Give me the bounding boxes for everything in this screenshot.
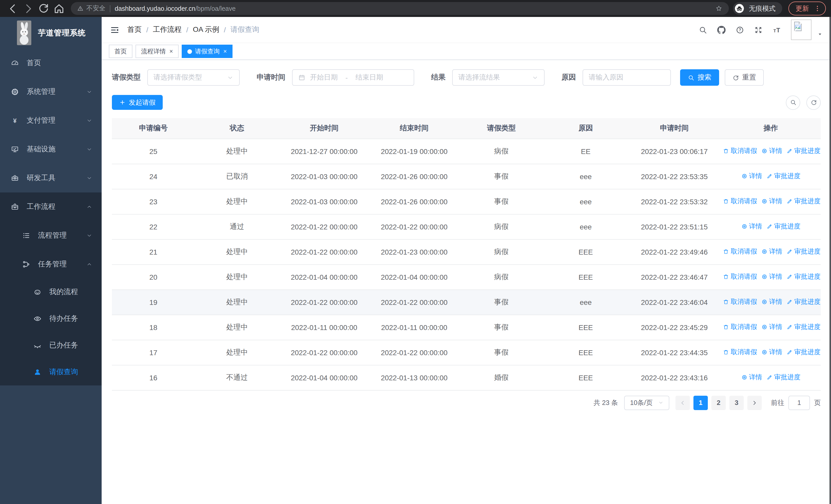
action-detail[interactable]: 详情 [761,147,782,155]
action-detail[interactable]: 详情 [761,272,782,281]
leave-type-select[interactable]: 请选择请假类型 [147,69,240,86]
avatar[interactable] [791,20,811,40]
breadcrumb-item[interactable]: 首页 [127,25,142,34]
action-progress[interactable]: 审批进度 [766,172,800,180]
scrollbar[interactable] [829,17,831,504]
forward-icon[interactable] [22,2,34,14]
sidebar-item-workflow[interactable]: 工作流程 [0,192,102,221]
action-progress[interactable]: 审批进度 [786,323,821,331]
help-icon[interactable]: ? [736,25,744,34]
font-size-icon[interactable]: TT [773,25,781,34]
action-progress[interactable]: 审批进度 [766,222,800,231]
tab-home[interactable]: 首页 [109,45,133,58]
action-detail[interactable]: 详情 [761,197,782,206]
action-detail[interactable]: 详情 [741,222,762,231]
search-icon [688,74,694,81]
toggle-search-button[interactable] [786,95,800,110]
action-progress[interactable]: 审批进度 [786,348,821,356]
sidebar-item-infra[interactable]: 基础设施 [0,135,102,164]
refresh-table-button[interactable] [806,95,821,110]
svg-text:¥: ¥ [13,117,17,124]
close-icon[interactable]: × [223,48,227,55]
sidebar-item-system[interactable]: 系统管理 [0,78,102,106]
action-cancel[interactable]: 取消请假 [723,348,757,356]
browser-update-button[interactable]: 更新 [789,2,826,16]
app-logo[interactable]: 芋道管理系统 [0,17,102,49]
back-icon[interactable] [7,2,19,14]
prev-page-button[interactable] [676,395,690,410]
sidebar-item-leave-query[interactable]: 请假查询 [0,359,102,385]
action-progress[interactable]: 审批进度 [786,272,821,281]
action-progress[interactable]: 审批进度 [786,147,821,155]
cell-end: 2022-01-22 00:00:00 [369,290,459,315]
search-button[interactable]: 搜索 [680,69,719,86]
action-detail[interactable]: 详情 [741,373,762,382]
cell-actions: 详情 审批进度 [721,214,821,239]
sidebar-item-task-mgmt[interactable]: 任务管理 [0,250,102,279]
create-leave-button[interactable]: 发起请假 [112,95,163,110]
action-detail[interactable]: 详情 [761,323,782,331]
action-cancel[interactable]: 取消请假 [723,247,757,256]
bookmark-star-icon[interactable] [715,5,723,12]
search-icon[interactable] [698,25,707,34]
action-progress[interactable]: 审批进度 [786,297,821,306]
sidebar-collapse-icon[interactable] [110,25,120,35]
sidebar-item-process-mgmt[interactable]: 流程管理 [0,221,102,250]
action-detail[interactable]: 详情 [761,297,782,306]
home-icon[interactable] [53,2,65,14]
reset-button[interactable]: 重置 [725,69,764,86]
browser-menu-icon[interactable] [813,5,821,12]
not-secure-icon[interactable] [77,5,84,12]
sidebar-item-todo-tasks[interactable]: 待办任务 [0,305,102,332]
tab-process-detail[interactable]: 流程详情 × [136,45,179,58]
reload-icon[interactable] [37,2,50,14]
view-icon [741,223,747,230]
breadcrumb-item: 请假查询 [230,25,259,34]
close-icon[interactable]: × [169,48,173,55]
action-detail[interactable]: 详情 [761,348,782,356]
chevron-down-icon[interactable] [817,31,823,37]
cell-reason: eee [544,214,628,239]
sidebar-item-home[interactable]: 首页 [0,49,102,78]
url-bar[interactable]: 不安全 dashboard.yudao.iocoder.cn/bpm/oa/le… [71,2,729,15]
page-2-button[interactable]: 2 [711,395,726,410]
breadcrumb-item[interactable]: 工作流程 [153,25,182,34]
github-icon[interactable] [717,25,726,34]
goto-page-input[interactable] [789,395,810,410]
view-icon [761,248,768,255]
apply-time-range-picker[interactable]: 开始日期 - 结束日期 [292,69,414,86]
breadcrumb-item[interactable]: OA 示例 [193,25,220,34]
incognito-badge: 无痕模式 [733,2,782,15]
branch-icon [22,260,31,268]
result-select[interactable]: 请选择流结果 [452,69,545,86]
sidebar-item-done-tasks[interactable]: 已办任务 [0,332,102,359]
sidebar-item-payment[interactable]: ¥ 支付管理 [0,106,102,135]
action-cancel[interactable]: 取消请假 [723,323,757,331]
action-progress[interactable]: 审批进度 [786,247,821,256]
table-row: 18 处理中 2022-01-11 00:00:00 2022-01-11 00… [112,315,821,340]
gear-icon [10,88,20,96]
action-detail[interactable]: 详情 [761,247,782,256]
page-1-button[interactable]: 1 [693,395,708,410]
tab-leave-query[interactable]: 请假查询 × [182,45,232,58]
user-icon [33,368,42,376]
screen: 不安全 dashboard.yudao.iocoder.cn/bpm/oa/le… [0,0,831,504]
fullscreen-icon[interactable] [754,25,763,34]
cell-no: 21 [112,239,195,264]
reason-input[interactable]: 请输入原因 [582,69,671,86]
sidebar-item-label: 工作流程 [27,202,86,211]
action-progress[interactable]: 审批进度 [766,373,800,382]
sidebar-item-my-process[interactable]: 我的流程 [0,279,102,305]
action-cancel[interactable]: 取消请假 [723,297,757,306]
action-cancel[interactable]: 取消请假 [723,197,757,206]
sidebar-item-dev-tools[interactable]: 研发工具 [0,164,102,192]
cell-applied: 2022-01-22 23:49:46 [628,239,721,264]
cell-end: 2022-01-11 00:00:00 [369,315,459,340]
action-cancel[interactable]: 取消请假 [723,272,757,281]
action-detail[interactable]: 详情 [741,172,762,180]
action-progress[interactable]: 审批进度 [786,197,821,206]
next-page-button[interactable] [747,395,762,410]
page-3-button[interactable]: 3 [729,395,744,410]
action-cancel[interactable]: 取消请假 [723,147,757,155]
page-size-select[interactable]: 10条/页 [624,395,669,410]
